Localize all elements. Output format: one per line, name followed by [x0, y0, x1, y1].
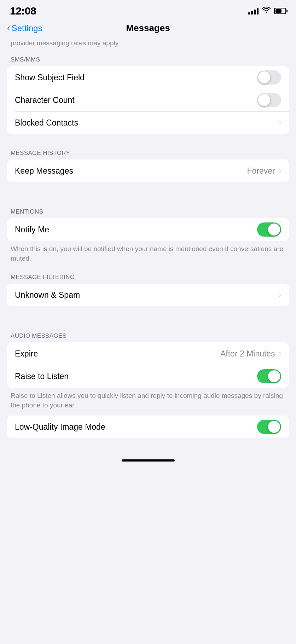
show-subject-field-label: Show Subject Field — [15, 73, 85, 82]
wifi-icon — [262, 7, 271, 15]
home-indicator — [122, 459, 175, 462]
toggle-knob — [268, 224, 280, 236]
settings-content: provider messaging rates may apply. SMS/… — [0, 39, 296, 452]
notify-me-toggle[interactable] — [257, 222, 281, 237]
expire-right: After 2 Minutes › — [220, 349, 281, 359]
message-filtering-card: Unknown & Spam › — [7, 284, 289, 306]
toggle-knob — [258, 71, 270, 83]
character-count-label: Character Count — [15, 95, 75, 105]
blocked-contacts-row[interactable]: Blocked Contacts › — [7, 111, 289, 134]
back-label: Settings — [12, 23, 42, 33]
toggle-knob — [268, 421, 280, 433]
status-time: 12:08 — [10, 5, 36, 17]
back-chevron-icon: ‹ — [7, 22, 10, 33]
chevron-right-icon: › — [279, 166, 281, 175]
toggle-knob — [258, 94, 270, 106]
mentions-card: Notify Me — [7, 218, 289, 241]
message-history-card: Keep Messages Forever › — [7, 159, 289, 182]
expire-value: After 2 Minutes — [220, 349, 275, 359]
expire-row[interactable]: Expire After 2 Minutes › — [7, 342, 289, 365]
mentions-description: When this is on, you will be notified wh… — [0, 241, 296, 269]
audio-messages-card: Expire After 2 Minutes › Raise to Listen — [7, 342, 289, 388]
page-title: Messages — [126, 23, 170, 34]
raise-to-listen-row: Raise to Listen — [7, 365, 289, 388]
notify-me-label: Notify Me — [15, 225, 49, 234]
unknown-spam-right: › — [279, 290, 281, 300]
back-button[interactable]: ‹ Settings — [7, 23, 42, 33]
show-subject-field-toggle[interactable] — [257, 70, 281, 85]
status-bar: 12:08 — [0, 0, 296, 20]
notify-me-row: Notify Me — [7, 218, 289, 241]
nav-bar: ‹ Settings Messages — [0, 20, 296, 39]
chevron-right-icon: › — [279, 349, 281, 358]
keep-messages-value: Forever — [247, 166, 275, 176]
smsmms-card: Show Subject Field Character Count Block… — [7, 66, 289, 134]
section-label-message-filtering: MESSAGE FILTERING — [0, 269, 296, 284]
unknown-spam-label: Unknown & Spam — [15, 290, 80, 300]
unknown-spam-row[interactable]: Unknown & Spam › — [7, 284, 289, 306]
raise-to-listen-toggle[interactable] — [257, 369, 281, 383]
blocked-contacts-right: › — [279, 118, 281, 127]
low-quality-image-mode-row: Low-Quality Image Mode — [7, 416, 289, 438]
section-label-mentions: MENTIONS — [0, 203, 296, 218]
image-mode-card: Low-Quality Image Mode — [7, 416, 289, 438]
status-icons — [248, 7, 286, 15]
chevron-right-icon: › — [279, 118, 281, 127]
keep-messages-right: Forever › — [247, 166, 281, 176]
battery-icon — [274, 8, 286, 14]
keep-messages-row[interactable]: Keep Messages Forever › — [7, 159, 289, 182]
chevron-right-icon: › — [279, 290, 281, 300]
show-subject-field-row: Show Subject Field — [7, 66, 289, 89]
blocked-contacts-label: Blocked Contacts — [15, 118, 78, 128]
top-description: provider messaging rates may apply. — [0, 39, 296, 51]
low-quality-image-mode-label: Low-Quality Image Mode — [15, 422, 105, 432]
character-count-toggle[interactable] — [257, 93, 281, 107]
audio-messages-description: Raise to Listen allows you to quickly li… — [0, 388, 296, 416]
signal-bars-icon — [248, 7, 259, 14]
expire-label: Expire — [15, 349, 38, 359]
toggle-knob — [268, 370, 280, 382]
character-count-row: Character Count — [7, 89, 289, 111]
keep-messages-label: Keep Messages — [15, 166, 73, 176]
low-quality-image-mode-toggle[interactable] — [257, 420, 281, 434]
section-label-audio-messages: AUDIO MESSAGES — [0, 327, 296, 342]
section-label-message-history: MESSAGE HISTORY — [0, 145, 296, 159]
raise-to-listen-label: Raise to Listen — [15, 372, 69, 381]
section-label-smsmms: SMS/MMS — [0, 51, 296, 66]
